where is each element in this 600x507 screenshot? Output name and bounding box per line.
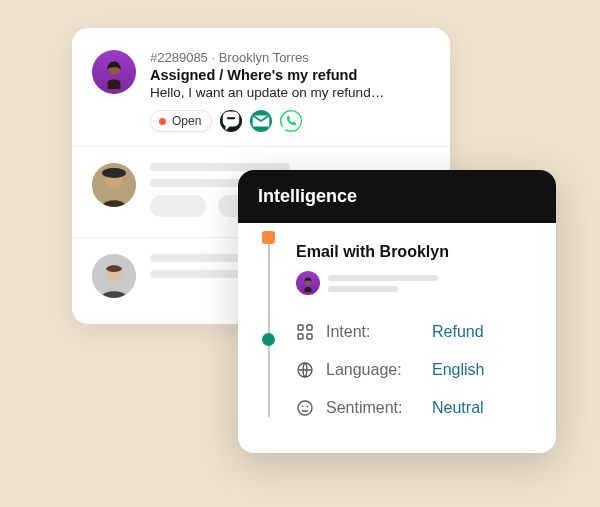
email-channel-button[interactable] bbox=[250, 110, 272, 132]
svg-point-4 bbox=[102, 168, 126, 178]
svg-rect-8 bbox=[298, 325, 303, 330]
intelligence-title: Intelligence bbox=[258, 186, 357, 206]
placeholder-avatar bbox=[92, 163, 136, 207]
intelligence-timeline: Intent: Refund Language: English Sentime… bbox=[260, 271, 538, 427]
whatsapp-channel-button[interactable] bbox=[280, 110, 302, 132]
whatsapp-icon bbox=[280, 110, 302, 132]
intelligence-item-sentiment: Sentiment: Neutral bbox=[296, 389, 538, 427]
ticket-header-row[interactable]: #2289085 · Brooklyn Torres Assigned / Wh… bbox=[86, 46, 436, 146]
intelligence-body: Email with Brooklyn bbox=[238, 223, 556, 453]
svg-point-14 bbox=[302, 406, 304, 408]
person-illustration-icon bbox=[299, 274, 317, 292]
svg-rect-11 bbox=[307, 334, 312, 339]
svg-rect-10 bbox=[298, 334, 303, 339]
intelligence-header: Intelligence bbox=[238, 170, 556, 223]
customer-avatar bbox=[92, 50, 136, 94]
intelligence-panel: Intelligence Email with Brooklyn bbox=[238, 170, 556, 453]
placeholder-pill bbox=[150, 195, 206, 217]
svg-point-15 bbox=[307, 406, 309, 408]
ticket-subject: Assigned / Where's my refund bbox=[150, 67, 384, 83]
chat-channel-button[interactable] bbox=[220, 110, 242, 132]
intelligence-item-value[interactable]: Neutral bbox=[432, 399, 484, 417]
thread-participant-row bbox=[296, 271, 538, 295]
person-photo-icon bbox=[92, 163, 136, 207]
intent-icon bbox=[296, 323, 314, 341]
ticket-preview: Hello, I want an update on my refund… bbox=[150, 85, 384, 100]
meta-separator: · bbox=[208, 50, 219, 65]
status-dot-icon bbox=[159, 118, 166, 125]
placeholder-avatar bbox=[92, 254, 136, 298]
participant-avatar bbox=[296, 271, 320, 295]
intelligence-item-label: Intent: bbox=[326, 323, 420, 341]
timeline-marker-analysis-icon bbox=[262, 333, 275, 346]
smiley-icon bbox=[296, 399, 314, 417]
svg-point-13 bbox=[298, 401, 312, 415]
intelligence-item-language: Language: English bbox=[296, 351, 538, 389]
timeline-line-icon bbox=[268, 235, 270, 417]
intelligence-thread-title: Email with Brooklyn bbox=[296, 243, 538, 261]
status-label: Open bbox=[172, 114, 201, 128]
ticket-text-block: #2289085 · Brooklyn Torres Assigned / Wh… bbox=[150, 50, 384, 132]
intelligence-item-label: Language: bbox=[326, 361, 420, 379]
person-illustration-icon bbox=[97, 55, 131, 89]
chip-row: Open bbox=[150, 110, 384, 132]
intelligence-item-value[interactable]: Refund bbox=[432, 323, 484, 341]
person-photo-icon bbox=[92, 254, 136, 298]
intelligence-item-intent: Intent: Refund bbox=[296, 313, 538, 351]
svg-rect-9 bbox=[307, 325, 312, 330]
timeline-marker-thread-icon bbox=[262, 231, 275, 244]
intelligence-item-value[interactable]: English bbox=[432, 361, 484, 379]
intelligence-item-label: Sentiment: bbox=[326, 399, 420, 417]
envelope-icon bbox=[250, 110, 272, 132]
customer-name: Brooklyn Torres bbox=[219, 50, 309, 65]
svg-rect-1 bbox=[227, 117, 235, 119]
status-chip[interactable]: Open bbox=[150, 110, 212, 132]
ticket-meta: #2289085 · Brooklyn Torres bbox=[150, 50, 384, 65]
globe-icon bbox=[296, 361, 314, 379]
ticket-id: #2289085 bbox=[150, 50, 208, 65]
chat-bubble-icon bbox=[220, 110, 242, 132]
